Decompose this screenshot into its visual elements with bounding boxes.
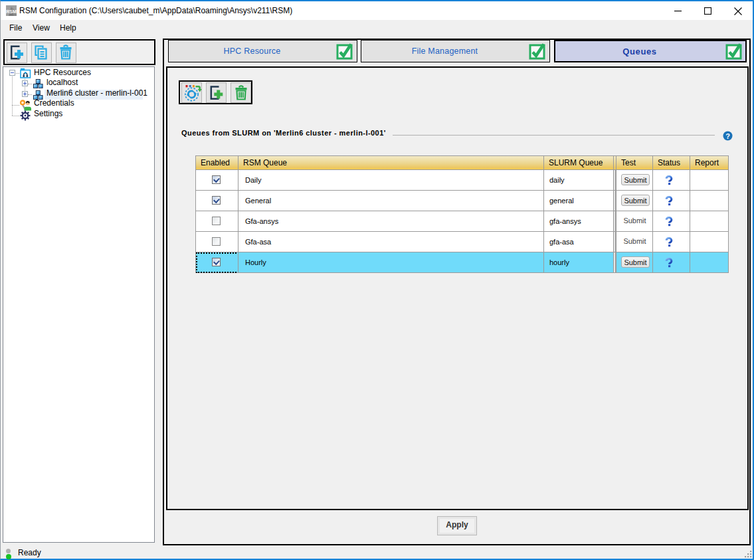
svg-text:RSM: RSM xyxy=(6,9,17,14)
svg-text:?: ? xyxy=(725,132,730,140)
